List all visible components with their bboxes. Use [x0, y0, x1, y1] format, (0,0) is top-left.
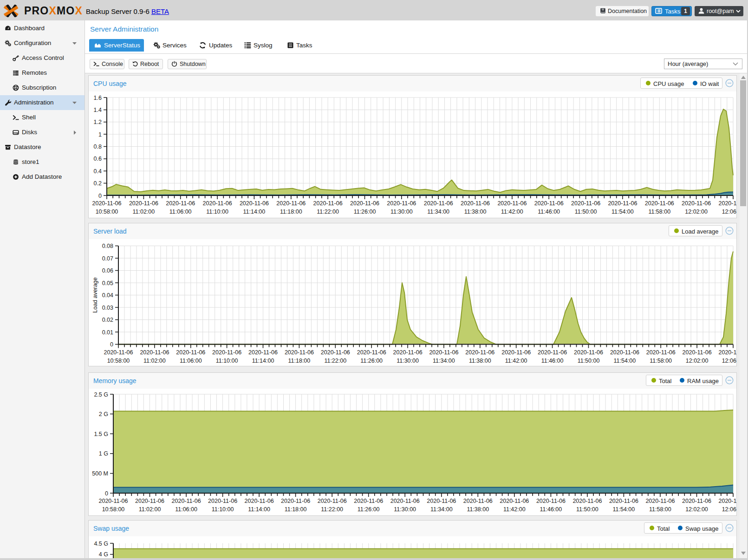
svg-text:2020-11-06: 2020-11-06: [387, 200, 416, 207]
svg-text:2020-11-06: 2020-11-06: [465, 349, 494, 356]
svg-text:2020-11-06: 2020-11-06: [172, 498, 201, 504]
svg-text:11:10:00: 11:10:00: [206, 208, 228, 215]
svg-text:0.4: 0.4: [94, 168, 102, 175]
svg-text:11:02:00: 11:02:00: [139, 506, 161, 513]
svg-text:1 G: 1 G: [99, 450, 108, 457]
svg-text:0: 0: [98, 193, 102, 199]
svg-text:11:06:00: 11:06:00: [180, 358, 202, 364]
svg-text:0: 0: [105, 490, 108, 497]
svg-text:2020-11-06: 2020-11-06: [501, 349, 531, 356]
svg-text:11:30:00: 11:30:00: [390, 208, 413, 215]
svg-text:2020-11-06: 2020-11-06: [534, 200, 564, 207]
svg-text:0.05: 0.05: [102, 280, 113, 287]
svg-text:1: 1: [98, 131, 102, 138]
svg-text:2020-11-06: 2020-11-06: [572, 498, 602, 504]
svg-text:11:34:00: 11:34:00: [430, 506, 453, 513]
svg-text:1.6: 1.6: [94, 95, 102, 101]
svg-text:11:02:00: 11:02:00: [133, 208, 155, 215]
svg-text:11:26:00: 11:26:00: [360, 358, 383, 364]
svg-text:2.5 G: 2.5 G: [94, 391, 108, 398]
svg-text:0.8: 0.8: [94, 143, 102, 150]
svg-text:2020-11-06: 2020-11-06: [208, 498, 237, 504]
svg-text:0.03: 0.03: [102, 305, 113, 311]
svg-text:0.6: 0.6: [94, 156, 102, 162]
svg-text:11:34:00: 11:34:00: [433, 358, 455, 364]
svg-text:2020-11-06: 2020-11-06: [427, 498, 456, 504]
svg-text:11:10:00: 11:10:00: [216, 358, 238, 364]
svg-text:11:34:00: 11:34:00: [427, 208, 449, 215]
svg-text:2020-11-06: 2020-11-06: [313, 200, 343, 207]
svg-text:11:50:00: 11:50:00: [575, 208, 597, 215]
svg-text:11:54:00: 11:54:00: [614, 358, 636, 364]
svg-text:10:58:00: 10:58:00: [107, 358, 130, 364]
svg-text:11:46:00: 11:46:00: [541, 358, 564, 364]
svg-text:12:02:00: 12:02:00: [686, 358, 709, 364]
svg-text:11:14:00: 11:14:00: [252, 358, 274, 364]
svg-text:2020-11-06: 2020-11-06: [354, 498, 383, 504]
svg-text:2020-11-06: 2020-11-06: [98, 498, 128, 504]
svg-text:Load average: Load average: [92, 277, 98, 313]
svg-text:11:22:00: 11:22:00: [317, 208, 339, 215]
svg-text:2020-11-06: 2020-11-06: [285, 349, 314, 356]
svg-text:2020-11-06: 2020-11-06: [500, 498, 529, 504]
svg-text:2020-11-06: 2020-11-06: [683, 349, 712, 356]
svg-text:2020-11-06: 2020-11-06: [571, 200, 600, 207]
svg-text:2020-11-06: 2020-11-06: [140, 349, 169, 356]
svg-text:11:58:00: 11:58:00: [648, 208, 670, 215]
svg-text:2020-11-06: 2020-11-06: [718, 349, 736, 356]
svg-text:12:06:00: 12:06:00: [722, 358, 736, 364]
svg-text:11:42:00: 11:42:00: [501, 208, 523, 215]
svg-text:11:30:00: 11:30:00: [394, 506, 416, 513]
svg-text:11:18:00: 11:18:00: [285, 506, 307, 513]
svg-text:11:06:00: 11:06:00: [175, 506, 197, 513]
svg-text:2020-11-06: 2020-11-06: [129, 200, 158, 207]
svg-text:2020-11-06: 2020-11-06: [276, 200, 306, 207]
svg-text:11:30:00: 11:30:00: [397, 358, 419, 364]
svg-text:0.07: 0.07: [102, 255, 113, 262]
svg-text:11:38:00: 11:38:00: [467, 506, 489, 513]
svg-text:11:06:00: 11:06:00: [169, 208, 192, 215]
svg-text:4 G: 4 G: [99, 551, 108, 558]
svg-text:11:10:00: 11:10:00: [212, 506, 234, 513]
svg-text:2020-11-06: 2020-11-06: [497, 200, 527, 207]
svg-text:0.2: 0.2: [94, 180, 102, 187]
svg-text:2020-11-06: 2020-11-06: [212, 349, 241, 356]
svg-text:2020-11-06: 2020-11-06: [646, 349, 676, 356]
svg-text:500 M: 500 M: [92, 470, 108, 477]
svg-text:0.08: 0.08: [102, 243, 113, 249]
svg-text:2020-11-06: 2020-11-06: [390, 498, 420, 504]
svg-text:11:22:00: 11:22:00: [321, 506, 343, 513]
svg-text:2020-11-06: 2020-11-06: [240, 200, 269, 207]
svg-text:11:38:00: 11:38:00: [464, 208, 487, 215]
svg-text:0.01: 0.01: [102, 329, 113, 336]
svg-text:10:58:00: 10:58:00: [96, 208, 118, 215]
svg-text:11:42:00: 11:42:00: [503, 506, 526, 513]
svg-text:11:58:00: 11:58:00: [649, 506, 671, 513]
svg-text:2020-11-06: 2020-11-06: [461, 200, 490, 207]
svg-text:2020-11-06: 2020-11-06: [682, 498, 711, 504]
svg-text:0.02: 0.02: [102, 317, 113, 323]
svg-text:2020-11-06: 2020-11-06: [610, 349, 639, 356]
svg-text:2020-11-06: 2020-11-06: [248, 349, 278, 356]
svg-text:11:22:00: 11:22:00: [324, 358, 346, 364]
svg-text:12:02:00: 12:02:00: [685, 506, 708, 513]
svg-text:2020-11-06: 2020-11-06: [393, 349, 423, 356]
svg-text:1.4: 1.4: [94, 107, 102, 113]
svg-text:2020-11-06: 2020-11-06: [645, 498, 675, 504]
svg-text:11:26:00: 11:26:00: [358, 506, 380, 513]
svg-text:11:54:00: 11:54:00: [613, 506, 635, 513]
svg-text:2020-11-06: 2020-11-06: [609, 498, 638, 504]
svg-text:2020-11-06: 2020-11-06: [135, 498, 164, 504]
svg-text:0: 0: [110, 341, 113, 348]
svg-text:10:58:00: 10:58:00: [102, 506, 125, 513]
svg-text:0.06: 0.06: [102, 267, 113, 274]
svg-text:2020-11-06: 2020-11-06: [350, 200, 379, 207]
svg-text:4.5 G: 4.5 G: [94, 540, 108, 547]
svg-text:11:46:00: 11:46:00: [538, 208, 560, 215]
svg-text:2020-11-06: 2020-11-06: [104, 349, 133, 356]
svg-text:12:02:00: 12:02:00: [685, 208, 708, 215]
svg-text:2020-11-06: 2020-11-06: [718, 200, 736, 207]
svg-text:2020-11-06: 2020-11-06: [645, 200, 674, 207]
svg-text:2020-11-06: 2020-11-06: [538, 349, 567, 356]
svg-text:11:50:00: 11:50:00: [576, 506, 598, 513]
